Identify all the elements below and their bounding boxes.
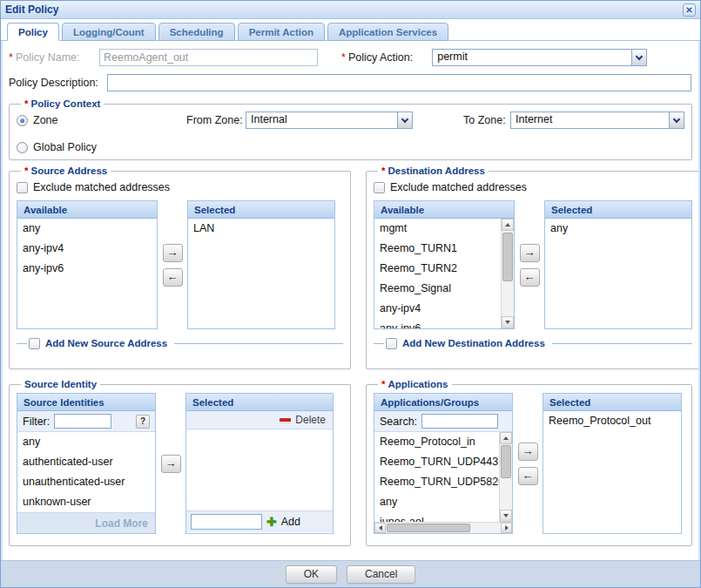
scroll-right-icon[interactable]	[501, 523, 512, 533]
source-selected-list[interactable]: LAN	[188, 219, 334, 328]
list-item[interactable]: any-ipv4	[17, 239, 157, 259]
policy-context-fieldset: *Policy Context Zone From Zone: Internal…	[9, 98, 692, 160]
applications-groups-panel: Applications/Groups Search: Reemo_Protoc…	[374, 393, 513, 534]
ok-button[interactable]: OK	[286, 565, 337, 584]
scroll-down-icon[interactable]	[500, 510, 512, 522]
scroll-up-icon[interactable]	[502, 219, 514, 231]
help-icon[interactable]: ?	[136, 415, 150, 429]
destination-available-list[interactable]: mgmtReemo_TURN1Reemo_TURN2Reemo_Signalan…	[374, 219, 514, 328]
source-identities-header: Source Identities	[17, 394, 155, 411]
tab-bar: PolicyLogging/CountSchedulingPermit Acti…	[1, 19, 700, 41]
vertical-scrollbar[interactable]	[499, 432, 512, 522]
search-row: Search:	[374, 411, 512, 432]
applications-selected-list[interactable]: Reemo_Protocol_out	[543, 411, 681, 533]
source-identities-list[interactable]: anyauthenticated-userunauthenticated-use…	[17, 432, 155, 512]
list-item[interactable]: any	[17, 219, 157, 239]
search-input[interactable]	[421, 414, 498, 429]
dialog-title: Edit Policy	[5, 3, 683, 16]
list-item[interactable]: Reemo_Protocol_out	[543, 411, 681, 431]
move-left-button[interactable]: ←	[518, 467, 538, 485]
applications-selected-panel: Selected Reemo_Protocol_out	[543, 393, 682, 534]
load-more-button[interactable]: Load More	[95, 517, 148, 530]
add-new-source-checkbox[interactable]	[29, 338, 40, 349]
list-item[interactable]: LAN	[188, 219, 334, 239]
policy-description-field[interactable]	[107, 74, 691, 91]
list-item[interactable]: any	[374, 492, 512, 512]
policy-action-select[interactable]: permit	[432, 49, 647, 66]
chevron-down-icon[interactable]	[669, 112, 684, 128]
list-item[interactable]: unauthenticated-user	[17, 472, 155, 492]
move-right-button[interactable]: →	[161, 455, 181, 473]
policy-name-field[interactable]	[99, 49, 318, 66]
list-item[interactable]: Reemo_TURN_UDP443	[374, 452, 512, 472]
source-available-list[interactable]: anyany-ipv4any-ipv6	[17, 219, 157, 328]
list-item[interactable]: authenticated-user	[17, 452, 155, 472]
list-item[interactable]: Reemo_TURN2	[374, 259, 514, 279]
scrollbar-thumb[interactable]	[387, 524, 470, 532]
exclude-destination-checkbox[interactable]	[374, 182, 385, 193]
list-item[interactable]: any	[17, 432, 155, 452]
policy-name-label: *Policy Name:	[9, 51, 99, 64]
from-zone-select[interactable]: Internal	[246, 112, 413, 129]
move-left-button[interactable]: ←	[520, 268, 540, 287]
source-identity-fieldset: Source Identity Source Identities Filter…	[9, 379, 351, 546]
list-item[interactable]: Reemo_Signal	[374, 279, 514, 299]
list-item[interactable]: mgmt	[374, 219, 514, 239]
move-right-button[interactable]: →	[518, 443, 538, 461]
delete-icon[interactable]	[280, 418, 291, 422]
list-item[interactable]: unknown-user	[17, 492, 155, 512]
exclude-source-checkbox[interactable]	[17, 182, 28, 193]
list-item[interactable]: Reemo_Protocol_in	[374, 432, 512, 452]
destination-selected-list[interactable]: any	[545, 219, 691, 328]
identity-add-input[interactable]	[191, 514, 262, 530]
list-item[interactable]: any-ipv6	[374, 319, 514, 328]
tab-logging-count[interactable]: Logging/Count	[62, 23, 156, 41]
cancel-button[interactable]: Cancel	[347, 565, 415, 584]
scroll-left-icon[interactable]	[374, 523, 386, 533]
add-button[interactable]: Add	[281, 516, 300, 528]
scroll-up-icon[interactable]	[500, 432, 512, 444]
tab-scheduling[interactable]: Scheduling	[158, 23, 235, 41]
add-plus-icon[interactable]: ✚	[266, 516, 277, 528]
filter-input[interactable]	[54, 414, 111, 429]
delete-button[interactable]: Delete	[295, 414, 326, 426]
identity-selected-list[interactable]	[186, 429, 333, 510]
tab-policy[interactable]: Policy	[7, 23, 59, 41]
global-policy-radio[interactable]	[17, 142, 28, 153]
vertical-scrollbar[interactable]	[501, 219, 514, 328]
zone-radio[interactable]	[17, 115, 28, 126]
list-item[interactable]: Reemo_TURN1	[374, 239, 514, 259]
applications-groups-header: Applications/Groups	[374, 394, 512, 411]
list-item[interactable]: any	[545, 219, 691, 239]
move-left-button[interactable]: ←	[163, 268, 183, 287]
chevron-down-icon[interactable]	[631, 50, 646, 65]
applications-fieldset: *Applications Applications/Groups Search…	[366, 379, 692, 546]
add-new-source-label: Add New Source Address	[45, 338, 174, 348]
scrollbar-thumb[interactable]	[501, 445, 511, 478]
destination-selected-header: Selected	[545, 201, 691, 219]
move-right-button[interactable]: →	[163, 244, 183, 262]
edit-policy-dialog: Edit Policy ✕ PolicyLogging/CountSchedul…	[0, 0, 701, 588]
scrollbar-thumb[interactable]	[502, 233, 513, 281]
tab-permit-action[interactable]: Permit Action	[238, 23, 325, 41]
close-icon[interactable]: ✕	[683, 3, 696, 17]
policy-description-label: Policy Description:	[9, 77, 107, 89]
destination-selected-panel: Selected any	[544, 200, 692, 329]
to-zone-select[interactable]: Internet	[510, 112, 684, 129]
scroll-down-icon[interactable]	[502, 316, 514, 328]
applications-list[interactable]: Reemo_Protocol_inReemo_TURN_UDP443Reemo_…	[374, 432, 512, 533]
policy-action-label: *Policy Action:	[341, 51, 413, 64]
source-available-panel: Available anyany-ipv4any-ipv6	[17, 200, 158, 329]
destination-address-legend: *Destination Address	[378, 166, 489, 176]
filter-row: Filter: ?	[17, 411, 155, 432]
list-item[interactable]: any-ipv4	[374, 299, 514, 319]
destination-available-panel: Available mgmtReemo_TURN1Reemo_TURN2Reem…	[374, 200, 515, 329]
list-item[interactable]: Reemo_TURN_UDP58200	[374, 472, 512, 492]
horizontal-scrollbar[interactable]	[374, 522, 512, 533]
add-new-destination-checkbox[interactable]	[386, 338, 397, 349]
list-item[interactable]: any-ipv6	[17, 259, 157, 279]
move-right-button[interactable]: →	[520, 244, 540, 262]
dialog-content: *Policy Name: *Policy Action: permit Pol…	[1, 41, 700, 560]
chevron-down-icon[interactable]	[397, 112, 412, 128]
tab-application-services[interactable]: Application Services	[327, 23, 448, 41]
